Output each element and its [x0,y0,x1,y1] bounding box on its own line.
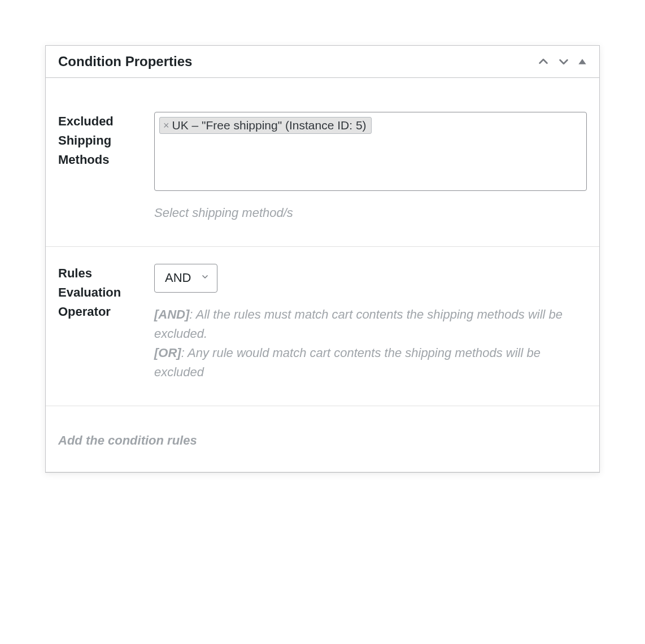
rules-operator-content: AND [AND]: All the rules must match cart… [154,264,587,382]
excluded-shipping-methods-label: Excluded Shipping Methods [58,112,154,223]
excluded-shipping-methods-helper: Select shipping method/s [154,203,587,223]
shipping-method-tag[interactable]: × UK – "Free shipping" (Instance ID: 5) [159,117,372,134]
excluded-shipping-methods-row: Excluded Shipping Methods × UK – "Free s… [46,95,599,247]
panel-header: Condition Properties [46,46,599,78]
move-down-icon[interactable] [557,55,570,68]
panel-body: Excluded Shipping Methods × UK – "Free s… [46,78,599,472]
collapse-icon[interactable] [578,57,587,66]
svg-marker-0 [578,59,586,64]
panel-actions [537,55,587,68]
condition-properties-panel: Condition Properties Excluded Shipping M… [45,45,600,473]
helper-or-text: : Any rule would match cart contents the… [154,346,541,379]
helper-and-text: : All the rules must match cart contents… [154,307,563,341]
panel-title: Condition Properties [58,54,192,69]
helper-or-prefix: [OR] [154,346,181,360]
footer-section: Add the condition rules [46,406,599,472]
rules-operator-label: Rules Evaluation Operator [58,264,154,382]
tag-remove-icon[interactable]: × [162,120,171,130]
rules-operator-helper: [AND]: All the rules must match cart con… [154,305,587,382]
excluded-shipping-methods-content: × UK – "Free shipping" (Instance ID: 5) … [154,112,587,223]
rules-operator-row: Rules Evaluation Operator AND [AND]: All… [46,247,599,406]
add-condition-rules-text: Add the condition rules [58,433,587,448]
rules-operator-select-wrapper[interactable]: AND [154,264,217,293]
rules-operator-select[interactable]: AND [154,264,217,293]
helper-and-prefix: [AND] [154,307,189,321]
tag-label: UK – "Free shipping" (Instance ID: 5) [172,119,367,132]
move-up-icon[interactable] [537,55,550,68]
excluded-shipping-methods-input[interactable]: × UK – "Free shipping" (Instance ID: 5) [154,112,587,191]
